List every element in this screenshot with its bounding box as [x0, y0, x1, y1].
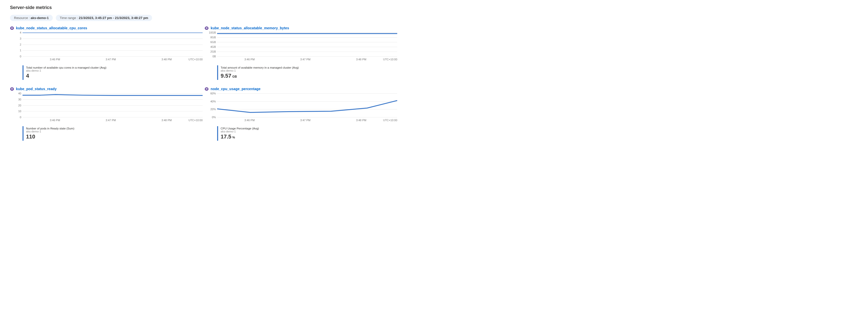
x-tick-label: 3:47 PM [105, 58, 116, 61]
y-tick-label: 4 [10, 31, 21, 34]
summary-desc: Total number of available cpu cores in a… [26, 66, 203, 69]
chart-area: 012343:46 PM3:47 PM3:48 PMUTC+10:00 [23, 32, 203, 63]
metric-title-link[interactable]: kube_node_status_allocatable_cpu_cores [16, 26, 87, 30]
summary-sub: aks-demo-1 [221, 69, 397, 72]
summary-desc: Number of pods in Ready state (Sum) [26, 127, 203, 130]
pill-timerange[interactable]: Time range : 21/3/2023, 3:45:27 pm - 21/… [56, 15, 152, 21]
y-tick-label: 0B [205, 55, 216, 58]
summary-value: 17.5 [221, 133, 231, 140]
y-tick-label: 2 [10, 43, 21, 46]
kubernetes-icon [205, 87, 209, 91]
summary-desc: CPU Usage Percentage (Avg) [221, 127, 397, 130]
summary-desc: Total amount of available memory in a ma… [221, 66, 397, 69]
summary-value: 4 [26, 73, 29, 79]
y-tick-label: 20% [205, 108, 216, 111]
y-tick-label: 1 [10, 49, 21, 52]
metric-title-link[interactable]: node_cpu_usage_percentage [211, 87, 260, 91]
summary-unit: % [232, 136, 235, 139]
kubernetes-icon [10, 26, 14, 30]
y-tick-label: 30 [10, 98, 21, 101]
summary-value: 110 [26, 133, 35, 140]
timezone-label: UTC+10:00 [188, 119, 203, 122]
chart-card-cpu_pct: node_cpu_usage_percentage0%20%40%60%3:46… [205, 87, 397, 141]
x-tick-label: 3:47 PM [300, 119, 310, 122]
pill-timerange-value: 21/3/2023, 3:45:27 pm - 21/3/2023, 3:48:… [79, 16, 148, 20]
summary-value: 9.57 [221, 73, 231, 79]
svg-point-7 [206, 88, 207, 89]
metric-summary: Number of pods in Ready state (Sum)aks-d… [23, 126, 203, 141]
svg-point-3 [206, 28, 207, 28]
chart-grid: kube_node_status_allocatable_cpu_cores01… [10, 26, 858, 141]
y-tick-label: 8GB [205, 36, 216, 39]
summary-sub: aks-demo-1 [221, 130, 397, 133]
timezone-label: UTC+10:00 [188, 58, 203, 61]
x-tick-label: 3:46 PM [244, 119, 255, 122]
x-axis: 3:46 PM3:47 PM3:48 PMUTC+10:00 [23, 119, 203, 124]
chart-header: kube_node_status_allocatable_memory_byte… [205, 26, 397, 30]
svg-point-1 [11, 28, 12, 28]
x-tick-label: 3:47 PM [300, 58, 310, 61]
chart-header: node_cpu_usage_percentage [205, 87, 397, 91]
chart-plot[interactable]: 0B2GB4GB6GB8GB10GB [217, 32, 397, 56]
y-tick-label: 3 [10, 37, 21, 40]
x-tick-label: 3:46 PM [50, 58, 60, 61]
metric-title-link[interactable]: kube_node_status_allocatable_memory_byte… [211, 26, 289, 30]
metric-summary: CPU Usage Percentage (Avg)aks-demo-117.5… [217, 126, 397, 141]
kubernetes-icon [10, 87, 14, 91]
y-tick-label: 20 [10, 104, 21, 107]
x-tick-label: 3:46 PM [50, 119, 60, 122]
chart-plot[interactable]: 010203040 [23, 93, 203, 117]
y-tick-label: 4GB [205, 45, 216, 48]
chart-card-pod_ready: kube_pod_status_ready0102030403:46 PM3:4… [10, 87, 203, 141]
pill-resource[interactable]: Resource : aks-demo-1 [10, 15, 53, 21]
x-axis: 3:46 PM3:47 PM3:48 PMUTC+10:00 [217, 119, 397, 124]
y-tick-label: 10GB [205, 31, 216, 34]
metric-summary: Total amount of available memory in a ma… [217, 65, 397, 80]
y-tick-label: 0 [10, 55, 21, 58]
metric-title-link[interactable]: kube_pod_status_ready [16, 87, 57, 91]
y-tick-label: 10 [10, 110, 21, 113]
y-tick-label: 0 [10, 116, 21, 119]
y-tick-label: 60% [205, 92, 216, 95]
summary-sub: aks-demo-1 [26, 69, 203, 72]
x-axis: 3:46 PM3:47 PM3:48 PMUTC+10:00 [217, 58, 397, 63]
y-tick-label: 40 [10, 92, 21, 95]
x-tick-label: 3:48 PM [162, 119, 172, 122]
x-tick-label: 3:46 PM [244, 58, 255, 61]
svg-point-5 [11, 88, 12, 89]
timezone-label: UTC+10:00 [383, 58, 397, 61]
x-tick-label: 3:48 PM [356, 119, 367, 122]
x-tick-label: 3:47 PM [105, 119, 116, 122]
y-tick-label: 6GB [205, 40, 216, 44]
filter-pills: Resource : aks-demo-1 Time range : 21/3/… [10, 15, 858, 21]
timezone-label: UTC+10:00 [383, 119, 397, 122]
summary-sub: aks-demo-1 [26, 130, 203, 133]
pill-resource-label: Resource : [14, 16, 30, 20]
summary-unit: GB [232, 75, 237, 78]
chart-card-mem_bytes: kube_node_status_allocatable_memory_byte… [205, 26, 397, 80]
chart-area: 0%20%40%60%3:46 PM3:47 PM3:48 PMUTC+10:0… [217, 93, 397, 124]
y-tick-label: 40% [205, 100, 216, 103]
chart-header: kube_node_status_allocatable_cpu_cores [10, 26, 203, 30]
kubernetes-icon [205, 26, 209, 30]
chart-plot[interactable]: 01234 [23, 32, 203, 56]
y-tick-label: 2GB [205, 50, 216, 53]
metric-summary: Total number of available cpu cores in a… [23, 65, 203, 80]
pill-resource-value: aks-demo-1 [31, 16, 49, 20]
chart-plot[interactable]: 0%20%40%60% [217, 93, 397, 117]
x-axis: 3:46 PM3:47 PM3:48 PMUTC+10:00 [23, 58, 203, 63]
x-tick-label: 3:48 PM [162, 58, 172, 61]
chart-area: 0B2GB4GB6GB8GB10GB3:46 PM3:47 PM3:48 PMU… [217, 32, 397, 63]
chart-area: 0102030403:46 PM3:47 PM3:48 PMUTC+10:00 [23, 93, 203, 124]
x-tick-label: 3:48 PM [356, 58, 367, 61]
chart-header: kube_pod_status_ready [10, 87, 203, 91]
pill-timerange-label: Time range : [60, 16, 78, 20]
y-tick-label: 0% [205, 116, 216, 119]
page-title: Server-side metrics [10, 5, 858, 10]
chart-card-cpu_cores: kube_node_status_allocatable_cpu_cores01… [10, 26, 203, 80]
